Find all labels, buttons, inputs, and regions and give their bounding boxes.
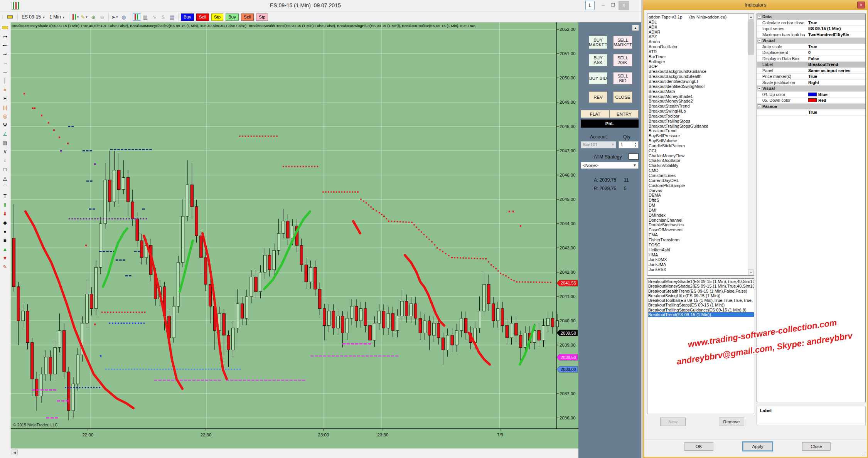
property-row[interactable]: Calculate on bar closeTrue bbox=[757, 20, 865, 26]
buy-bid-button[interactable]: BUY BID bbox=[589, 72, 607, 84]
scroll-up-icon[interactable]: ▲ bbox=[748, 14, 754, 20]
pencil-icon[interactable]: ✎▼ bbox=[81, 13, 88, 21]
minimize-button[interactable]: – bbox=[598, 1, 608, 10]
indicator-list-item[interactable]: BreakoutidentifiedSwingLT bbox=[649, 79, 754, 84]
indicator-list-item[interactable]: DM bbox=[649, 203, 754, 208]
indicator-list-item[interactable]: BreakoutMoneyShade1 bbox=[649, 94, 754, 99]
indicator-list-item[interactable]: FOSC bbox=[649, 242, 754, 248]
gann-fan-icon[interactable]: ∠ bbox=[0, 130, 10, 138]
diamond-icon[interactable]: ◆ bbox=[0, 218, 10, 227]
configured-indicator-item[interactable]: BreakoutToolbar(ES 09-15 (1 Min),True,Tr… bbox=[648, 298, 754, 303]
indicator-list-item[interactable]: CCI bbox=[649, 148, 754, 153]
indicator-list-item[interactable]: BuySellVolume bbox=[649, 138, 754, 143]
trade-button-stp-2[interactable]: Stp bbox=[211, 13, 223, 21]
zoom-out-icon[interactable]: ⊖ bbox=[98, 13, 106, 21]
indicator-list-item[interactable]: DMIndex bbox=[649, 213, 754, 218]
indicator-list-item[interactable]: Darvas bbox=[649, 188, 754, 193]
triangle-icon[interactable]: △ bbox=[0, 174, 10, 183]
sell-market-button[interactable]: SELL MARKET bbox=[613, 36, 632, 49]
fib-extension-icon[interactable]: E bbox=[0, 94, 10, 103]
ellipse-icon[interactable]: ○ bbox=[0, 156, 10, 165]
close-window-button[interactable]: x bbox=[619, 1, 629, 10]
indicator-list-item[interactable]: DoubleStochastics bbox=[649, 222, 754, 227]
buy-ask-button[interactable]: BUY ASK bbox=[589, 54, 607, 66]
indicator-list-item[interactable]: BarTimer bbox=[649, 54, 754, 59]
indicator-list-item[interactable]: HeikenAshi bbox=[649, 248, 754, 253]
property-row[interactable]: 05. Down colorRed bbox=[757, 98, 865, 104]
scroll-down-icon[interactable]: ▼ bbox=[748, 269, 754, 275]
triangle-up-icon[interactable]: ▲ bbox=[0, 245, 10, 254]
ruler-toolbar-icon[interactable] bbox=[5, 13, 15, 22]
indicator-list-item[interactable]: ADXR bbox=[649, 30, 754, 35]
indicator-list-item[interactable]: JurikDMX bbox=[649, 257, 754, 262]
indicator-list-item[interactable]: CurrentDayOHL bbox=[649, 178, 754, 183]
trade-button-buy-0[interactable]: Buy bbox=[181, 13, 194, 21]
indicator-list-item[interactable]: BreakoutMoneyShade2 bbox=[649, 99, 754, 104]
property-row[interactable]: LabelBreakoutTrend bbox=[757, 62, 865, 68]
instrument-selector[interactable]: ES 09-15 ▼ bbox=[20, 13, 47, 20]
scroll-thumb[interactable] bbox=[748, 20, 754, 55]
dollar-icon[interactable]: $ bbox=[159, 13, 167, 21]
apply-button[interactable]: Apply bbox=[743, 442, 772, 451]
property-row[interactable]: Displacement0 bbox=[757, 50, 865, 56]
indicator-list-item[interactable]: BreakoutStealthTrend bbox=[649, 104, 754, 109]
collapse-group-icon[interactable]: − bbox=[758, 87, 761, 90]
arrow-up-icon[interactable]: ⬆ bbox=[0, 200, 10, 209]
arrow-line-icon[interactable]: → bbox=[0, 59, 10, 67]
chart-style-icon[interactable]: ▼ bbox=[72, 13, 79, 21]
indicator-list-item[interactable]: JurikRSX bbox=[649, 267, 754, 272]
indicator-list-item[interactable]: ADL bbox=[649, 20, 754, 25]
ruler-icon[interactable] bbox=[0, 23, 10, 32]
property-row[interactable]: Auto scaleTrue bbox=[757, 44, 865, 50]
text-icon[interactable]: T bbox=[0, 192, 10, 200]
line-chart-icon[interactable]: ∿ bbox=[150, 13, 158, 21]
trade-button-sell-4[interactable]: Sell bbox=[241, 13, 254, 21]
indicator-list-item[interactable]: AroonOscillator bbox=[649, 44, 754, 49]
indicator-list-item[interactable]: BreakoutTrailingStops bbox=[649, 119, 754, 124]
indicator-list-item[interactable]: DEMA bbox=[649, 193, 754, 198]
indicator-list-item[interactable]: ChaikinOscillator bbox=[649, 158, 754, 163]
reverse-button[interactable]: REV bbox=[589, 91, 607, 103]
horizontal-line-icon[interactable]: ─ bbox=[0, 67, 10, 76]
configured-indicator-item[interactable]: BreakoutTrend(ES 09-15 (1 Min)) bbox=[648, 312, 754, 317]
atm-strategy-select[interactable]: <None>▼ bbox=[581, 162, 639, 169]
extended-line-icon[interactable]: ⊸ bbox=[0, 50, 10, 59]
collapse-group-icon[interactable]: − bbox=[758, 15, 761, 19]
trade-button-sell-1[interactable]: Sell bbox=[196, 13, 209, 21]
chart-trader-icon[interactable] bbox=[133, 13, 140, 21]
remove-button[interactable]: Remove bbox=[719, 418, 744, 426]
flat-button[interactable]: FLAT bbox=[581, 110, 610, 118]
indicator-list-item[interactable]: DMI bbox=[649, 208, 754, 213]
collapse-group-icon[interactable]: − bbox=[758, 104, 761, 108]
close-position-button[interactable]: CLOSE bbox=[613, 91, 632, 103]
collapse-group-icon[interactable]: − bbox=[758, 39, 761, 42]
buy-market-button[interactable]: BUY MARKET bbox=[589, 36, 607, 49]
indicator-list-item[interactable]: CMO bbox=[649, 168, 754, 173]
account-select[interactable]: Sim101▼ bbox=[581, 141, 616, 148]
fib-time-icon[interactable]: ||| bbox=[0, 103, 10, 112]
brush-icon[interactable]: ✎ bbox=[0, 263, 10, 271]
atm-options-button[interactable] bbox=[629, 153, 639, 160]
indicator-list-item[interactable]: BOP bbox=[649, 64, 754, 69]
toolbar-grip[interactable]: ⋮ bbox=[1, 15, 4, 19]
fib-retracement-icon[interactable]: ≡ bbox=[0, 85, 10, 94]
zoom-in-icon[interactable]: ⊕ bbox=[89, 13, 97, 21]
bars-panel-icon[interactable]: ▥ bbox=[142, 13, 149, 21]
indicator-list-item[interactable]: DonchianChannel bbox=[649, 218, 754, 223]
property-group-header[interactable]: −Visual bbox=[757, 38, 865, 44]
indicator-list-item[interactable]: BreakoutMath bbox=[649, 89, 754, 94]
rectangle-icon[interactable]: □ bbox=[0, 165, 10, 174]
indicator-list-item[interactable]: ADX bbox=[649, 25, 754, 30]
configured-indicator-item[interactable]: BreakoutTrailingStops(ES 09-15 (1 Min)) bbox=[648, 303, 754, 307]
indicator-list-item[interactable]: ChaikinVolatility bbox=[649, 163, 754, 168]
property-row[interactable]: Display in Data BoxFalse bbox=[757, 56, 865, 62]
indicator-list-item[interactable]: BreakoutIdentifiedSwingMinor bbox=[649, 84, 754, 89]
indicator-list-item[interactable]: FisherTransform bbox=[649, 237, 754, 242]
triangle-down-icon[interactable]: ▼ bbox=[0, 254, 10, 263]
arrow-down-icon[interactable]: ⬇ bbox=[0, 209, 10, 218]
indicator-list-item[interactable]: CustomPlotSample bbox=[649, 183, 754, 188]
property-group-header[interactable]: −Visual bbox=[757, 86, 865, 92]
dialog-titlebar[interactable]: Indicators bbox=[643, 0, 868, 10]
pitchfork-icon[interactable]: Ψ bbox=[0, 121, 10, 130]
indicator-properties-grid[interactable]: −DataCalculate on bar closeTrueInput ser… bbox=[757, 13, 866, 402]
